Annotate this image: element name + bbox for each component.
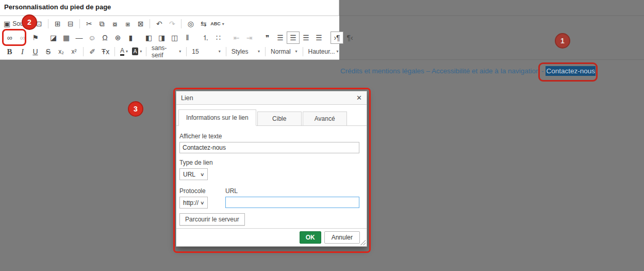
- replace-icon-glyph: ⇆: [201, 18, 207, 29]
- smiley-icon[interactable]: ☺: [86, 31, 98, 44]
- toolbar-separator: [150, 19, 150, 28]
- toolbar-separator: [226, 47, 226, 56]
- chevron-down-icon: ▾: [337, 49, 339, 54]
- italic-button[interactable]: I: [16, 45, 29, 58]
- numbered-list-icon[interactable]: ⒈: [199, 31, 212, 44]
- spellcheck-icon[interactable]: ABC▾: [210, 18, 225, 30]
- copy-icon[interactable]: ⧉: [95, 18, 108, 30]
- toolbar-row-2: ∞∞⚑◪▦―☺Ω⊛▮◧◨◫⫴⒈∷⇤⇥❞☰☰☰☰›¶¶‹: [3, 30, 337, 44]
- find-icon-glyph: ◎: [188, 18, 194, 29]
- paste-icon[interactable]: ⧇: [108, 18, 121, 30]
- background-color-icon-glyph: A: [132, 47, 139, 55]
- ltr-icon[interactable]: ›¶: [331, 31, 343, 44]
- chevron-down-icon: ▾: [258, 49, 260, 54]
- layout-right-block-icon-glyph: ◨: [158, 32, 165, 43]
- chevron-down-icon: ▾: [295, 49, 298, 54]
- show-blocks-icon-glyph: ⊟: [68, 18, 74, 29]
- strikethrough-button[interactable]: S: [42, 45, 55, 58]
- format-combo[interactable]: Normal▾: [268, 45, 300, 58]
- strikethrough-button-glyph: S: [46, 46, 51, 57]
- editor-toolbar: ▣Source⊡⊞⊟✂⧉⧇⧆⊠↶↷◎⇆ABC▾ ∞∞⚑◪▦―☺Ω⊛▮◧◨◫⫴⒈∷…: [0, 15, 339, 60]
- indent-icon[interactable]: ⇥: [243, 31, 256, 44]
- layout-three-columns-icon[interactable]: ⫴: [181, 31, 194, 44]
- blockquote-icon[interactable]: ❞: [261, 31, 274, 44]
- layout-three-columns-icon-glyph: ⫴: [186, 32, 189, 43]
- special-character-icon[interactable]: Ω: [98, 31, 111, 44]
- remove-format-icon[interactable]: Ŧx: [99, 45, 112, 58]
- anchor-icon-glyph: ⚑: [32, 32, 39, 43]
- outdent-icon-glyph: ⇤: [234, 32, 240, 43]
- paste-as-text-icon-glyph: ⧆: [125, 18, 130, 29]
- image-icon[interactable]: ◪: [47, 31, 60, 44]
- line-height-combo-value: Hauteur...: [308, 48, 335, 55]
- numbered-list-icon-glyph: ⒈: [202, 32, 209, 43]
- styles-combo-value: Styles: [232, 48, 249, 55]
- cut-icon-glyph: ✂: [86, 18, 92, 29]
- line-height-combo[interactable]: Hauteur...▾: [306, 45, 337, 58]
- redo-icon[interactable]: ↷: [166, 18, 178, 30]
- bulleted-list-icon[interactable]: ∷: [212, 31, 225, 44]
- image-icon-glyph: ◪: [50, 32, 57, 43]
- remove-format-icon-glyph: Ŧx: [102, 46, 110, 57]
- justify-icon-glyph: ☰: [316, 32, 322, 43]
- show-blocks-icon[interactable]: ⊟: [64, 18, 77, 30]
- styles-combo[interactable]: Styles▾: [229, 45, 262, 58]
- cut-icon[interactable]: ✂: [82, 18, 95, 30]
- bulleted-list-icon-glyph: ∷: [216, 32, 221, 43]
- footer-links-text[interactable]: Crédits et mentions légales – Accessibil…: [340, 67, 546, 75]
- align-left-icon[interactable]: ☰: [274, 31, 287, 44]
- subscript-button[interactable]: x₂: [55, 45, 68, 58]
- media-icon-glyph: ⊛: [115, 32, 121, 43]
- align-center-icon-glyph: ☰: [290, 32, 296, 43]
- maximize-icon[interactable]: ⊞: [51, 18, 64, 30]
- layout-left-block-icon[interactable]: ◧: [142, 31, 155, 44]
- outdent-icon[interactable]: ⇤: [230, 31, 243, 44]
- copy-formatting-icon[interactable]: ✐: [86, 45, 99, 58]
- font-size-combo[interactable]: 15▾: [189, 45, 223, 58]
- horizontal-rule-icon[interactable]: ―: [73, 31, 86, 44]
- annotation-box-dialog: [173, 88, 371, 253]
- undo-icon[interactable]: ↶: [153, 18, 166, 30]
- paste-icon-glyph: ⧇: [112, 18, 117, 29]
- editor-header-panel: Personnalisation du pied de page ▣Source…: [0, 0, 339, 60]
- dimmed-page-overlay: Crédits et mentions légales – Accessibil…: [0, 0, 644, 271]
- special-character-icon-glyph: Ω: [102, 32, 107, 43]
- templates-icon[interactable]: ▮: [124, 31, 137, 44]
- font-combo[interactable]: sans-serif▾: [149, 45, 184, 58]
- toolbar-row-1: ▣Source⊡⊞⊟✂⧉⧇⧆⊠↶↷◎⇆ABC▾: [3, 17, 337, 30]
- replace-icon[interactable]: ⇆: [197, 18, 210, 30]
- rtl-icon[interactable]: ¶‹: [343, 31, 356, 44]
- background-color-icon[interactable]: A▾: [130, 45, 143, 58]
- align-right-icon-glyph: ☰: [303, 32, 309, 43]
- align-center-icon[interactable]: ☰: [287, 31, 300, 44]
- table-icon[interactable]: ▦: [60, 31, 73, 44]
- layout-right-block-icon[interactable]: ◨: [155, 31, 168, 44]
- align-right-icon[interactable]: ☰: [300, 31, 312, 44]
- paste-from-word-icon[interactable]: ⊠: [134, 18, 147, 30]
- smiley-icon-glyph: ☺: [88, 32, 95, 43]
- justify-icon[interactable]: ☰: [312, 31, 325, 44]
- chevron-down-icon: ▾: [219, 49, 221, 54]
- copy-formatting-icon-glyph: ✐: [90, 46, 96, 57]
- bold-button[interactable]: B: [3, 45, 16, 58]
- find-icon[interactable]: ◎: [184, 18, 197, 30]
- superscript-button[interactable]: x²: [68, 45, 80, 58]
- toolbar-separator: [48, 19, 48, 28]
- media-icon[interactable]: ⊛: [111, 31, 124, 44]
- chevron-down-icon: ▾: [140, 49, 142, 54]
- superscript-button-glyph: x²: [72, 46, 77, 57]
- anchor-icon[interactable]: ⚑: [29, 31, 42, 44]
- annotation-marker-2: 2: [22, 14, 37, 30]
- toolbar-separator: [181, 19, 181, 28]
- underline-button[interactable]: U: [29, 45, 42, 58]
- toolbar-separator: [79, 19, 80, 28]
- layout-two-columns-icon[interactable]: ◫: [168, 31, 181, 44]
- text-color-icon[interactable]: A▾: [118, 45, 130, 58]
- chevron-down-icon: ▾: [126, 49, 128, 54]
- toolbar-separator: [114, 47, 115, 56]
- paste-as-text-icon[interactable]: ⧆: [121, 18, 134, 30]
- toolbar-row-3: BIUSx₂x²✐ŦxA▾A▾sans-serif▾15▾Styles▾Norm…: [3, 44, 337, 58]
- format-combo-value: Normal: [271, 48, 291, 55]
- copy-icon-glyph: ⧉: [100, 18, 105, 29]
- text-color-icon-glyph: A: [120, 47, 124, 56]
